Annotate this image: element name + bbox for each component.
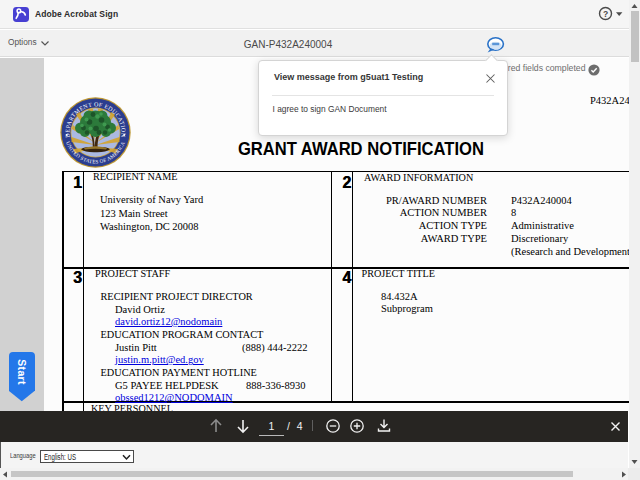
svg-text:?: ?: [603, 9, 608, 19]
